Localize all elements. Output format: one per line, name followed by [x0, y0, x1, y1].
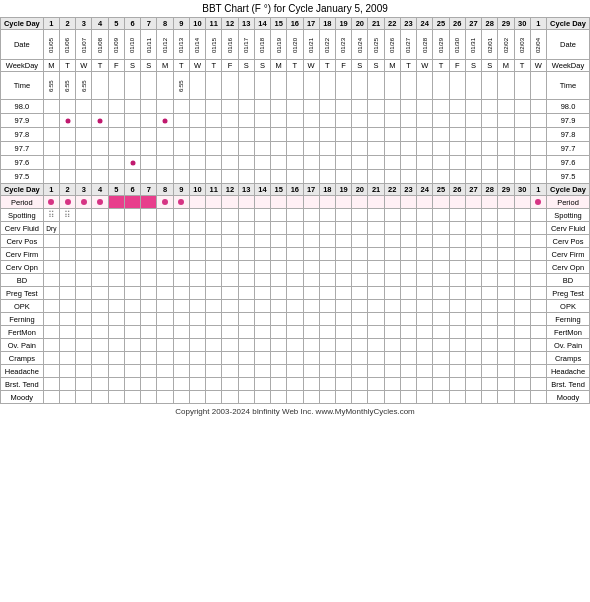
footer: Copyright 2003-2024 bInfinity Web Inc. w… — [0, 403, 590, 420]
cd-7: 7 — [141, 18, 157, 30]
cerv-fluid-left-label: Cerv Fluid — [1, 222, 44, 235]
cd-16: 16 — [287, 18, 303, 30]
cd-4: 4 — [92, 18, 108, 30]
temp-977-right-label: 97.7 — [547, 142, 590, 156]
temp-975-right-label: 97.5 — [547, 170, 590, 184]
cramps-row: Cramps Cramps — [1, 352, 590, 365]
cd-1: 1 — [43, 18, 59, 30]
date-8: 01/12 — [157, 30, 173, 60]
cd-3: 3 — [76, 18, 92, 30]
date-row: Date 01/05 01/06 01/07 01/08 01/09 01/10… — [1, 30, 590, 60]
period-row: Period Period — [1, 196, 590, 209]
cd-17: 17 — [303, 18, 319, 30]
date-7: 01/11 — [141, 30, 157, 60]
brst-tend-right-label: Brst. Tend — [547, 378, 590, 391]
cd-30: 30 — [514, 18, 530, 30]
temp-row-977: 97.7 — [1, 142, 590, 156]
date-21: 01/25 — [368, 30, 384, 60]
main-chart-table: Cycle Day 1 2 3 4 5 6 7 8 9 10 11 12 13 … — [0, 17, 590, 404]
cd-20: 20 — [352, 18, 368, 30]
date-5: 01/09 — [108, 30, 124, 60]
temp-975-label: 97.5 — [1, 170, 44, 184]
cd-10: 10 — [189, 18, 205, 30]
cerv-pos-left-label: Cerv Pos — [1, 235, 44, 248]
date-23: 01/27 — [400, 30, 416, 60]
weekday-left-label: WeekDay — [1, 60, 44, 72]
fertmon-right-label: FertMon — [547, 326, 590, 339]
bbt-chart-page: BBT Chart (F °) for Cycle January 5, 200… — [0, 0, 590, 420]
date-3: 01/07 — [76, 30, 92, 60]
cd-15: 15 — [271, 18, 287, 30]
temp-row-979: 97.9 — [1, 114, 590, 128]
preg-test-right-label: Preg Test — [547, 287, 590, 300]
period-left-label: Period — [1, 196, 44, 209]
cerv-fluid-right-label: Cerv Fluid — [547, 222, 590, 235]
preg-test-row: Preg Test Preg Test — [1, 287, 590, 300]
time-9: 6:55 — [173, 72, 189, 100]
cd-8: 8 — [157, 18, 173, 30]
temp-976-right-label: 97.6 — [547, 156, 590, 170]
time-1: 6:55 — [43, 72, 59, 100]
cerv-opn-left-label: Cerv Opn — [1, 261, 44, 274]
chart-title: BBT Chart (F °) for Cycle January 5, 200… — [0, 0, 590, 17]
headache-right-label: Headache — [547, 365, 590, 378]
date-18: 01/22 — [319, 30, 335, 60]
cerv-firm-row: Cerv Firm Cerv Firm — [1, 248, 590, 261]
time-left-label: Time — [1, 72, 44, 100]
date-16: 01/20 — [287, 30, 303, 60]
bd-row: BD BD — [1, 274, 590, 287]
date-22: 01/26 — [384, 30, 400, 60]
date-29: 02/02 — [498, 30, 514, 60]
preg-test-left-label: Preg Test — [1, 287, 44, 300]
temp-row-975: 97.5 — [1, 170, 590, 184]
ov-pain-left-label: Ov. Pain — [1, 339, 44, 352]
temp-979-label: 97.9 — [1, 114, 44, 128]
bd-right-label: BD — [547, 274, 590, 287]
cerv-opn-row: Cerv Opn Cerv Opn — [1, 261, 590, 274]
date-31: 02/04 — [530, 30, 546, 60]
cd-5: 5 — [108, 18, 124, 30]
date-27: 01/31 — [465, 30, 481, 60]
date-6: 01/10 — [124, 30, 140, 60]
temp-979-right-label: 97.9 — [547, 114, 590, 128]
temp-980-right-label: 98.0 — [547, 100, 590, 114]
cd-2: 2 — [59, 18, 75, 30]
ferning-row: Ferning Ferning — [1, 313, 590, 326]
date-12: 01/16 — [222, 30, 238, 60]
ov-pain-right-label: Ov. Pain — [547, 339, 590, 352]
date-11: 01/15 — [206, 30, 222, 60]
cd-13: 13 — [238, 18, 254, 30]
fertmon-row: FertMon FertMon — [1, 326, 590, 339]
spotting-right-label: Spotting — [547, 209, 590, 222]
date-24: 01/28 — [417, 30, 433, 60]
date-14: 01/18 — [254, 30, 270, 60]
cd-29: 29 — [498, 18, 514, 30]
date-26: 01/30 — [449, 30, 465, 60]
time-3: 6:55 — [76, 72, 92, 100]
cramps-left-label: Cramps — [1, 352, 44, 365]
cd-19: 19 — [335, 18, 351, 30]
copyright-text: Copyright 2003-2024 bInfinity Web Inc. w… — [175, 407, 415, 416]
time-right-label: Time — [547, 72, 590, 100]
cycle-day-right-label: Cycle Day — [547, 18, 590, 30]
cycle-day-row-2: Cycle Day 123456789101112131415161718192… — [1, 184, 590, 196]
date-25: 01/29 — [433, 30, 449, 60]
date-30: 02/03 — [514, 30, 530, 60]
date-1: 01/05 — [43, 30, 59, 60]
temp-976-label: 97.6 — [1, 156, 44, 170]
date-right-label: Date — [547, 30, 590, 60]
cerv-pos-row: Cerv Pos Cerv Pos — [1, 235, 590, 248]
spotting-left-label: Spotting — [1, 209, 44, 222]
cd-12: 12 — [222, 18, 238, 30]
date-13: 01/17 — [238, 30, 254, 60]
cramps-right-label: Cramps — [547, 352, 590, 365]
cd-22: 22 — [384, 18, 400, 30]
date-20: 01/24 — [352, 30, 368, 60]
brst-tend-row: Brst. Tend Brst. Tend — [1, 378, 590, 391]
cd-28: 28 — [482, 18, 498, 30]
temp-row-980: 98.0 — [1, 100, 590, 114]
headache-left-label: Headache — [1, 365, 44, 378]
date-10: 01/14 — [189, 30, 205, 60]
moody-right-label: Moody — [547, 391, 590, 404]
temp-978-label: 97.8 — [1, 128, 44, 142]
